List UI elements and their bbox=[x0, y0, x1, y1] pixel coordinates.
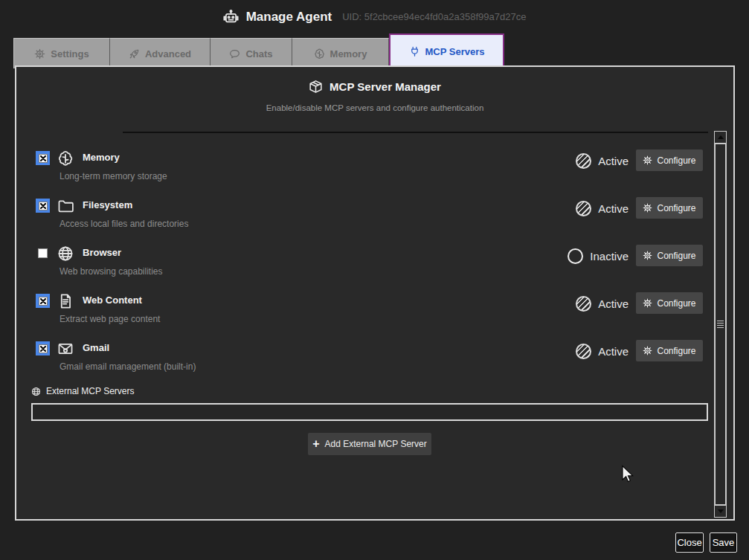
configure-button[interactable]: Configure bbox=[636, 340, 703, 361]
server-status-label: Active bbox=[598, 297, 629, 310]
gear-icon bbox=[643, 251, 652, 260]
package-icon bbox=[309, 80, 323, 94]
document-icon bbox=[57, 293, 74, 309]
globe-icon bbox=[57, 245, 74, 262]
server-status-label: Active bbox=[598, 345, 629, 358]
configure-button[interactable]: Configure bbox=[636, 292, 703, 314]
server-enabled-checkbox[interactable] bbox=[36, 246, 50, 260]
agent-uid: UID: 5f2cbcee94ec4fd0a2a358f99a7d27ce bbox=[342, 11, 526, 22]
gear-icon bbox=[643, 203, 652, 213]
scrollbar-up-button[interactable] bbox=[715, 132, 726, 144]
tab-settings[interactable]: Settings bbox=[13, 38, 110, 68]
server-name: Filesystem bbox=[83, 199, 132, 210]
server-status-label: Active bbox=[598, 202, 629, 215]
gear-icon bbox=[643, 346, 652, 355]
plug-icon bbox=[409, 46, 420, 57]
server-description: Extract web page content bbox=[60, 314, 160, 324]
server-status-label: Inactive bbox=[590, 250, 629, 263]
server-status-label: Active bbox=[598, 155, 629, 167]
folder-icon bbox=[57, 198, 74, 214]
panel-subtitle: Enable/disable MCP servers and configure… bbox=[16, 103, 733, 112]
server-row: Gmail Gmail email management (built-in) … bbox=[16, 336, 733, 384]
configure-button[interactable]: Configure bbox=[636, 197, 703, 219]
status-active-icon bbox=[576, 344, 591, 359]
server-enabled-checkbox[interactable] bbox=[36, 151, 50, 165]
server-row: Browser Web browsing capabilities Inacti… bbox=[16, 241, 733, 289]
chat-icon bbox=[229, 48, 240, 59]
server-name: Web Content bbox=[83, 295, 142, 306]
tab-label: Memory bbox=[330, 48, 367, 59]
arrow-down-icon bbox=[718, 509, 724, 513]
scrollbar-thumb[interactable] bbox=[715, 144, 726, 505]
server-name: Gmail bbox=[83, 342, 109, 353]
server-status: Active bbox=[576, 293, 629, 315]
panel-header: MCP Server Manager Enable/disable MCP se… bbox=[16, 80, 733, 112]
add-external-server-button[interactable]: + Add External MCP Server bbox=[308, 433, 431, 455]
server-description: Gmail email management (built-in) bbox=[60, 361, 196, 372]
tab-advanced[interactable]: Advanced bbox=[110, 38, 210, 68]
close-button[interactable]: Close bbox=[675, 532, 704, 553]
external-server-input[interactable] bbox=[31, 403, 708, 421]
status-active-icon bbox=[576, 296, 591, 312]
arrow-up-icon bbox=[718, 135, 724, 139]
external-servers-label: External MCP Servers bbox=[31, 386, 134, 396]
tab-label: Advanced bbox=[145, 48, 191, 59]
mcp-server-panel: MCP Server Manager Enable/disable MCP se… bbox=[15, 65, 735, 521]
configure-button[interactable]: Configure bbox=[636, 245, 703, 266]
status-inactive-icon bbox=[568, 248, 583, 264]
brain-icon bbox=[57, 150, 74, 167]
server-name: Browser bbox=[83, 247, 121, 258]
server-description: Long-term memory storage bbox=[60, 171, 167, 181]
globe-icon bbox=[31, 387, 41, 396]
server-status: Inactive bbox=[568, 245, 629, 267]
server-description: Access local files and directories bbox=[60, 219, 188, 229]
server-row: Filesystem Access local files and direct… bbox=[16, 193, 733, 241]
rocket-icon bbox=[129, 48, 140, 59]
title-bar: Manage Agent UID: 5f2cbcee94ec4fd0a2a358… bbox=[0, 0, 749, 33]
server-row: Memory Long-term memory storage Active C… bbox=[16, 146, 733, 193]
gear-icon bbox=[643, 155, 652, 165]
tab-chats[interactable]: Chats bbox=[210, 38, 292, 68]
plus-icon: + bbox=[312, 438, 319, 450]
server-description: Web browsing capabilities bbox=[60, 266, 163, 277]
tab-memory[interactable]: Memory bbox=[292, 38, 389, 68]
status-active-icon bbox=[576, 201, 591, 216]
window-title: Manage Agent bbox=[246, 10, 332, 25]
separator-line bbox=[123, 132, 708, 133]
server-name: Memory bbox=[83, 152, 120, 163]
panel-title: MCP Server Manager bbox=[330, 80, 441, 93]
server-status: Active bbox=[576, 198, 629, 219]
server-enabled-checkbox[interactable] bbox=[36, 294, 50, 308]
gear-icon bbox=[34, 48, 45, 59]
server-enabled-checkbox[interactable] bbox=[36, 199, 50, 213]
tab-mcp-servers[interactable]: MCP Servers bbox=[389, 33, 504, 68]
server-list: Memory Long-term memory storage Active C… bbox=[16, 146, 733, 384]
tab-label: MCP Servers bbox=[425, 46, 485, 57]
scrollbar-down-button[interactable] bbox=[715, 505, 726, 517]
scrollbar[interactable] bbox=[714, 131, 727, 518]
server-status: Active bbox=[576, 341, 629, 362]
status-active-icon bbox=[576, 153, 591, 169]
tab-label: Settings bbox=[51, 48, 89, 59]
server-status: Active bbox=[576, 150, 629, 172]
save-button[interactable]: Save bbox=[710, 532, 737, 553]
brain-icon bbox=[314, 48, 325, 59]
gear-icon bbox=[643, 298, 652, 308]
tab-bar: Settings Advanced Chats Memory MCP Serve… bbox=[13, 33, 504, 68]
email-icon bbox=[57, 341, 74, 357]
server-row: Web Content Extract web page content Act… bbox=[16, 289, 733, 336]
configure-button[interactable]: Configure bbox=[636, 149, 703, 171]
robot-icon bbox=[223, 9, 239, 25]
server-enabled-checkbox[interactable] bbox=[36, 341, 50, 355]
tab-label: Chats bbox=[245, 48, 272, 59]
